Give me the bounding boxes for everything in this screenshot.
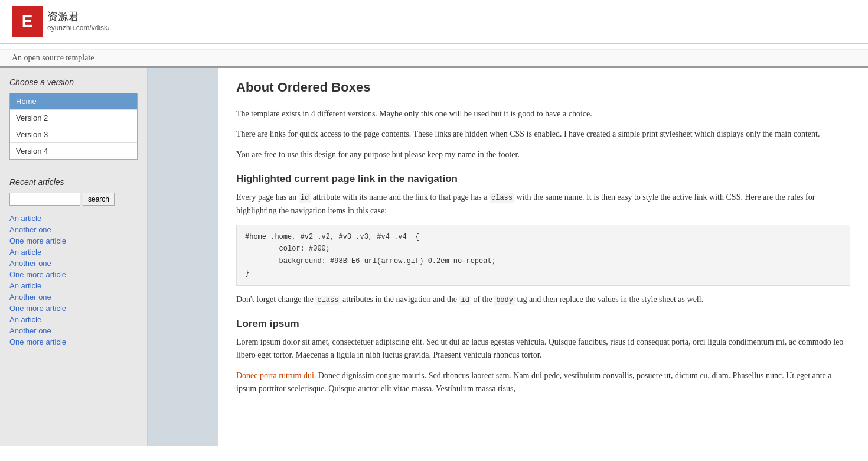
nav-para1: Every page has an id attribute with its … [236, 191, 850, 217]
article-link-1[interactable]: Another one [9, 224, 147, 235]
logo-chinese: 资源君 [47, 11, 110, 24]
version-nav: Home Version 2 Version 3 Version 4 [9, 93, 138, 160]
nav-item-v4[interactable]: Version 4 [10, 143, 137, 159]
lorem-link[interactable]: Donec porta rutrum dui [236, 371, 314, 380]
gap-column [148, 68, 218, 446]
article-link-11[interactable]: One more article [9, 336, 147, 348]
content-para1: The template exists in 4 different versi… [236, 108, 850, 121]
article-link-5[interactable]: One more article [9, 269, 147, 280]
class-code: class [490, 193, 514, 203]
recent-heading: Recent articles [9, 177, 147, 187]
nav-heading: Highlighted current page link in the nav… [236, 173, 850, 185]
top-area: E 资源君 eyunzhu.com/vdisk› An open source … [0, 0, 868, 68]
search-input[interactable] [9, 193, 80, 206]
header: E 资源君 eyunzhu.com/vdisk› [0, 0, 868, 44]
id-code2: id [459, 296, 471, 305]
version-heading: Choose a version [9, 77, 147, 87]
content-para3: You are free to use this design for any … [236, 148, 850, 161]
article-link-10[interactable]: Another one [9, 325, 147, 336]
logo-url: eyunzhu.com/vdisk› [47, 24, 110, 32]
nav-para2: Don't forget change the class attributes… [236, 293, 850, 306]
article-link-3[interactable]: An article [9, 246, 147, 258]
nav-item-v3[interactable]: Version 3 [10, 126, 137, 143]
article-link-6[interactable]: An article [9, 280, 147, 291]
article-link-8[interactable]: One more article [9, 303, 147, 314]
article-link-0[interactable]: An article [9, 213, 147, 224]
search-button[interactable]: search [83, 193, 115, 206]
logo-area: E 资源君 eyunzhu.com/vdisk› [12, 6, 110, 37]
sidebar-divider [9, 160, 138, 165]
nav-item-home[interactable]: Home [10, 93, 137, 110]
main-layout: Choose a version Home Version 2 Version … [0, 68, 868, 446]
search-area: search [9, 193, 147, 206]
logo-icon: E [12, 6, 43, 37]
lorem-heading: Lorem ipsum [236, 318, 850, 330]
articles-section: Recent articles search An articleAnother… [9, 177, 147, 348]
nav-item-v2[interactable]: Version 2 [10, 110, 137, 126]
body-code: body [494, 296, 515, 305]
version-section: Choose a version Home Version 2 Version … [9, 77, 147, 160]
sidebar: Choose a version Home Version 2 Version … [0, 68, 148, 446]
site-tagline: An open source template [0, 49, 868, 66]
id-code: id [299, 193, 311, 203]
lorem-para1: Lorem ipsum dolor sit amet, consectetuer… [236, 336, 850, 362]
article-link-2[interactable]: One more article [9, 235, 147, 246]
main-content: About Ordered Boxes The template exists … [218, 68, 868, 446]
article-link-4[interactable]: Another one [9, 258, 147, 269]
article-link-7[interactable]: Another one [9, 291, 147, 303]
code-block: #home .home, #v2 .v2, #v3 .v3, #v4 .v4 {… [236, 225, 850, 286]
page-title: About Ordered Boxes [236, 80, 850, 99]
class-code2: class [315, 296, 340, 305]
content-para2: There are links for quick access to the … [236, 128, 850, 141]
logo-text: 资源君 eyunzhu.com/vdisk› [47, 11, 110, 32]
article-list: An articleAnother oneOne more articleAn … [9, 213, 147, 348]
lorem-para2: Donec porta rutrum dui. Donec dignissim … [236, 369, 850, 396]
article-link-9[interactable]: An article [9, 314, 147, 325]
